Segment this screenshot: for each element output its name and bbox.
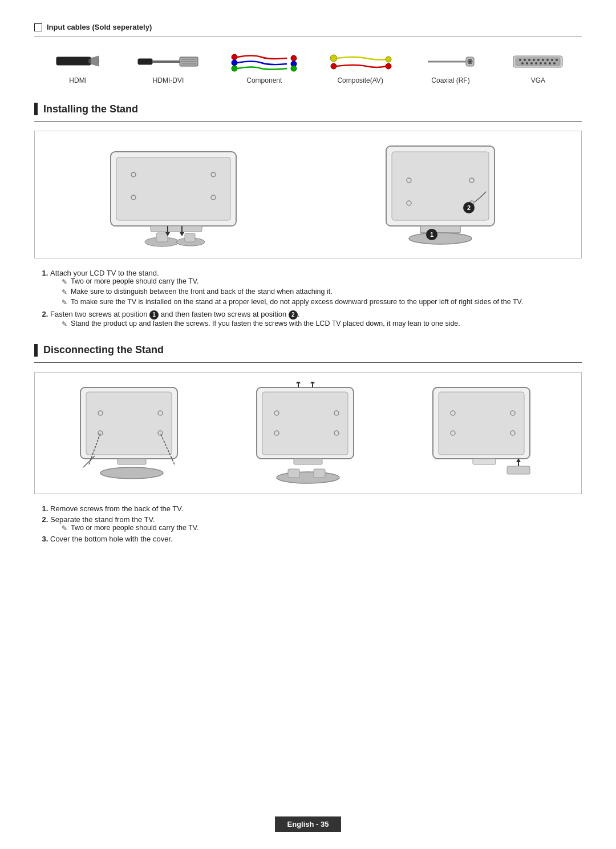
svg-rect-50 [156,233,168,242]
install-note-1-1: ✎ Two or more people should carry the TV… [62,277,582,286]
install-note-2-1: ✎ Stand the product up and fasten the sc… [62,320,582,328]
cable-vga: VGA [509,51,566,84]
installing-stand-heading: Installing the Stand [34,103,582,115]
svg-point-18 [386,63,391,69]
svg-rect-83 [262,392,348,455]
cable-hdmi: HDMI [50,51,107,84]
cable-component: Component [230,51,298,84]
installing-instructions: Attach your LCD TV to the stand. ✎ Two o… [34,269,582,328]
disconnect-tv-mid-svg [245,382,371,484]
disconnect-step-2: Separate the stand from the TV. ✎ Two or… [50,515,582,532]
disconnecting-stand-illustration [34,372,582,494]
svg-rect-0 [56,57,91,65]
svg-point-31 [546,59,549,61]
svg-point-16 [331,63,337,69]
svg-rect-97 [439,392,524,455]
svg-point-37 [535,62,537,64]
svg-marker-95 [310,382,315,383]
cable-hdmi-dvi: HDMI-DVI [137,51,200,84]
install-step-2: Fasten two screws at position 1 and then… [50,310,582,328]
svg-point-27 [528,59,530,61]
svg-text:1: 1 [429,231,433,238]
input-cables-title: Input cables (Sold seperately) [34,23,582,31]
svg-rect-88 [294,459,322,464]
svg-point-12 [291,55,297,61]
svg-point-64 [409,233,472,244]
svg-point-9 [232,54,237,60]
disconnect-note-2-1: ✎ Two or more people should carry the TV… [62,524,582,532]
svg-point-22 [469,61,471,63]
install-tv-left-svg [94,140,259,249]
checkbox-icon [34,23,42,31]
section-bar [34,103,38,115]
svg-rect-43 [116,157,230,220]
svg-marker-93 [296,382,301,383]
cable-vga-label: VGA [531,76,545,84]
svg-point-89 [277,472,339,483]
section-divider [34,36,582,37]
svg-marker-56 [180,232,184,236]
installing-stand-section: Installing the Stand [34,103,582,328]
svg-point-30 [542,59,544,61]
svg-point-11 [232,66,237,71]
installing-divider [34,121,582,122]
svg-point-32 [551,59,553,61]
cable-coaxial: Coaxial (RF) [422,51,479,84]
cables-row: HDMI HDMI-DVI [34,46,582,87]
svg-rect-3 [138,59,152,64]
svg-point-35 [526,62,528,64]
svg-point-38 [540,62,542,64]
install-step-1: Attach your LCD TV to the stand. ✎ Two o… [50,269,582,306]
disconnecting-instructions: Remove screws from the back of the TV. S… [34,504,582,543]
disconnecting-stand-section: Disconnecting the Stand [34,344,582,543]
svg-rect-102 [473,459,496,464]
svg-marker-2 [91,56,99,66]
svg-rect-52 [185,233,195,242]
svg-point-28 [533,59,535,61]
disconnect-step-3: Cover the bottom hole with the cover. [50,535,582,543]
svg-rect-58 [392,152,489,220]
svg-rect-72 [86,392,172,455]
svg-text:2: 2 [467,204,470,211]
svg-point-33 [556,59,558,61]
disconnect-tv-left-svg [69,382,194,484]
svg-rect-77 [117,459,146,464]
svg-point-36 [530,62,533,64]
svg-rect-91 [314,469,325,478]
svg-point-78 [100,467,163,479]
svg-point-34 [521,62,524,64]
svg-point-29 [537,59,540,61]
svg-point-25 [519,59,521,61]
disconnect-tv-right-svg [422,382,547,484]
svg-point-40 [549,62,551,64]
footer-badge: English - 35 [275,816,342,832]
svg-point-41 [553,62,556,64]
install-tv-right-svg: 2 1 [358,140,523,249]
install-note-1-3: ✎ To make sure the TV is installed on th… [62,298,582,306]
svg-point-10 [232,60,237,66]
installing-stand-illustration: 2 1 [34,131,582,258]
svg-rect-90 [288,469,299,478]
svg-point-14 [291,66,297,71]
footer: English - 35 [0,816,616,832]
svg-point-17 [386,56,391,62]
svg-rect-63 [420,226,460,233]
svg-rect-103 [507,466,530,474]
disconnect-section-bar [34,344,38,357]
cable-coaxial-label: Coaxial (RF) [431,76,469,84]
svg-point-39 [544,62,546,64]
cable-hdmi-label: HDMI [69,76,87,84]
disconnect-step-1: Remove screws from the back of the TV. [50,504,582,513]
input-cables-section: Input cables (Sold seperately) HDMI [34,23,582,87]
cable-hdmi-dvi-label: HDMI-DVI [153,76,184,84]
svg-rect-48 [151,226,202,232]
cable-composite: Composite(AV) [329,51,392,84]
cable-composite-label: Composite(AV) [337,76,383,84]
svg-point-15 [330,55,337,62]
svg-point-26 [524,59,526,61]
install-note-1-2: ✎ Make sure to distinguish between the f… [62,288,582,296]
disconnecting-stand-heading: Disconnecting the Stand [34,344,582,357]
cable-component-label: Component [246,76,282,84]
disconnecting-divider [34,362,582,363]
